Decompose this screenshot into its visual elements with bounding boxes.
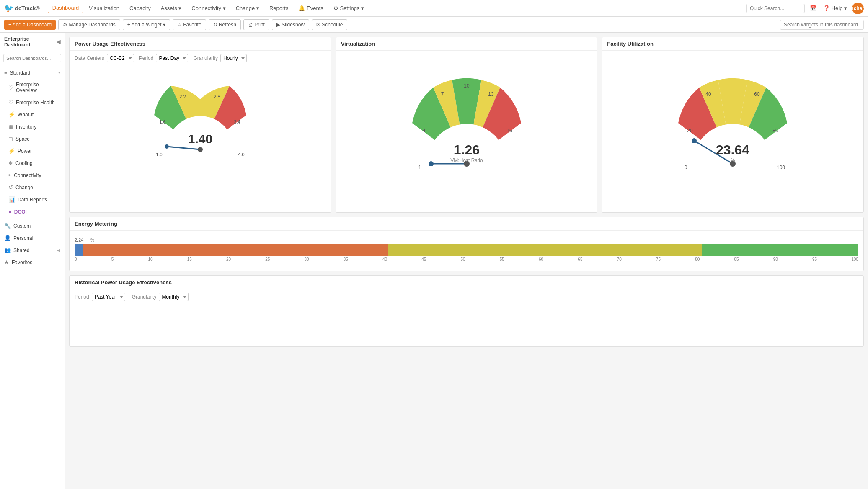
favorites-icon: ★ — [4, 259, 9, 265]
svg-text:1.6: 1.6 — [159, 119, 165, 124]
add-widget-button[interactable]: + Add a Widget ▾ — [123, 19, 170, 30]
sidebar-label-dcoi: DCOI — [14, 209, 27, 215]
standard-icon: ≡ — [4, 69, 8, 76]
sidebar-item-inventory[interactable]: ▦ Inventory — [0, 121, 65, 133]
favorite-button[interactable]: ☆ Favorite — [173, 19, 206, 30]
sidebar-label-favorites: Favorites — [12, 260, 32, 265]
sidebar-search-area — [0, 51, 65, 65]
print-button[interactable]: 🖨 Print — [243, 19, 269, 30]
historical-granularity-label: Granularity — [132, 294, 157, 300]
sidebar-item-whatif[interactable]: ⚡ What-if — [0, 108, 65, 121]
enterprise-overview-icon: ♡ — [8, 85, 13, 91]
svg-text:4.0: 4.0 — [238, 152, 244, 157]
calendar-icon[interactable]: 📅 — [808, 3, 818, 13]
nav-capacity[interactable]: Capacity — [125, 3, 155, 13]
enterprise-health-icon: ♡ — [8, 99, 13, 106]
svg-text:23.64: 23.64 — [716, 142, 749, 157]
app-name: dcTrack® — [15, 5, 40, 11]
sidebar-header: Enterprise Dashboard ◀ — [0, 33, 65, 51]
data-reports-icon: 📊 — [8, 196, 15, 203]
sidebar-item-standard[interactable]: ≡ Standard ▾ — [0, 67, 65, 79]
pue-widget-title: Power Usage Effectiveness — [70, 37, 331, 51]
energy-unit-label: % — [90, 238, 94, 242]
user-avatar[interactable]: hchan — [852, 3, 864, 14]
virtualization-widget-title: Virtualization — [336, 37, 597, 51]
nav-events[interactable]: 🔔 Events — [294, 3, 327, 13]
sidebar-label-power: Power — [18, 148, 32, 154]
facility-widget-title: Facility Utilization — [602, 37, 863, 51]
sidebar-search-input[interactable] — [3, 54, 61, 62]
slideshow-button[interactable]: ▶ Slideshow — [272, 19, 309, 30]
toolbar: + Add a Dashboard ⚙ Manage Dashboards + … — [0, 17, 868, 33]
sidebar-item-favorites[interactable]: ★ Favorites — [0, 256, 65, 268]
sidebar-item-change[interactable]: ↺ Change — [0, 181, 65, 193]
svg-text:%: % — [731, 157, 735, 163]
historical-widget-title: Historical Power Usage Effectiveness — [70, 276, 863, 289]
sidebar-item-data-reports[interactable]: 📊 Data Reports — [0, 193, 65, 206]
top-nav: 🐦 dcTrack® Dashboard Visualization Capac… — [0, 0, 868, 17]
top-widgets-row: Power Usage Effectiveness Data Centers C… — [69, 37, 864, 213]
svg-text:1.26: 1.26 — [453, 142, 479, 157]
space-icon: ◻ — [8, 136, 13, 142]
content-area: Power Usage Effectiveness Data Centers C… — [65, 33, 868, 489]
historical-granularity-select[interactable]: Monthly — [159, 293, 189, 301]
nav-dashboard[interactable]: Dashboard — [48, 3, 83, 13]
svg-point-19 — [429, 161, 434, 166]
sidebar-collapse-icon[interactable]: ◀ — [57, 39, 60, 45]
inventory-icon: ▦ — [8, 124, 13, 130]
energy-value-label: 2.24 — [75, 237, 87, 242]
divider-1 — [0, 219, 65, 219]
nav-assets[interactable]: Assets ▾ — [157, 3, 186, 13]
nav-right: 📅 ❓ Help ▾ hchan — [746, 3, 864, 14]
nav-settings[interactable]: ⚙ Settings ▾ — [329, 3, 368, 13]
historical-widget-body — [70, 304, 863, 346]
help-icon[interactable]: ❓ Help ▾ — [822, 3, 849, 13]
svg-text:16: 16 — [506, 128, 512, 134]
svg-text:20: 20 — [687, 128, 693, 134]
sidebar-item-connectivity[interactable]: ≈ Connectivity — [0, 169, 65, 181]
sidebar-label-cooling: Cooling — [16, 160, 33, 166]
svg-point-9 — [198, 147, 203, 152]
nav-change[interactable]: Change ▾ — [232, 3, 264, 13]
pue-data-centers-select[interactable]: CC-B2 — [107, 54, 134, 62]
svg-point-8 — [165, 144, 169, 149]
svg-text:2.8: 2.8 — [214, 94, 220, 99]
sidebar-item-enterprise-overview[interactable]: ♡ Enterprise Overview — [0, 79, 65, 96]
sidebar-label-enterprise-health: Enterprise Health — [16, 100, 55, 106]
sidebar-item-dcoi[interactable]: ● DCOI — [0, 206, 65, 218]
svg-text:1: 1 — [418, 165, 421, 170]
sidebar-label-whatif: What-if — [18, 112, 34, 118]
quick-search-input[interactable] — [746, 4, 805, 13]
shared-collapse-icon[interactable]: ◀ — [57, 248, 60, 252]
sidebar-label-standard: Standard — [10, 70, 31, 76]
refresh-button[interactable]: ↻ Refresh — [209, 19, 241, 30]
virtualization-gauge: 1 4 7 10 13 16 1.26 VM:Host Ratio — [336, 51, 597, 185]
pue-granularity-select[interactable]: Hourly — [220, 54, 247, 62]
svg-text:10: 10 — [464, 83, 470, 89]
nav-connectivity[interactable]: Connectivity ▾ — [187, 3, 230, 13]
pue-period-select[interactable]: Past Day — [156, 54, 188, 62]
sidebar-item-enterprise-health[interactable]: ♡ Enterprise Health — [0, 96, 65, 108]
sidebar-item-custom[interactable]: 🔧 Custom — [0, 220, 65, 232]
sidebar-item-personal[interactable]: 👤 Personal — [0, 232, 65, 244]
svg-text:0: 0 — [685, 165, 687, 170]
sidebar-item-shared[interactable]: 👥 Shared ◀ — [0, 244, 65, 256]
search-widgets-input[interactable] — [780, 20, 864, 30]
sidebar-item-space[interactable]: ◻ Space — [0, 133, 65, 145]
sidebar-label-custom: Custom — [13, 223, 31, 229]
manage-dashboards-button[interactable]: ⚙ Manage Dashboards — [58, 19, 120, 30]
custom-icon: 🔧 — [4, 223, 11, 229]
svg-text:80: 80 — [772, 128, 778, 134]
nav-visualization[interactable]: Visualization — [85, 3, 124, 13]
shared-icon: 👥 — [4, 247, 11, 253]
sunbird-logo: 🐦 — [4, 4, 13, 13]
historical-period-select[interactable]: Past Year — [92, 293, 125, 301]
energy-widget-title: Energy Metering — [70, 217, 863, 231]
pue-data-centers-control: Data Centers CC-B2 — [75, 54, 134, 62]
sidebar-item-cooling[interactable]: ❄ Cooling — [0, 157, 65, 169]
energy-segment-orange — [83, 244, 388, 256]
sidebar-item-power[interactable]: ⚡ Power — [0, 145, 65, 157]
nav-reports[interactable]: Reports — [265, 3, 293, 13]
add-dashboard-button[interactable]: + Add a Dashboard — [4, 20, 56, 30]
schedule-button[interactable]: ✉ Schedule — [312, 19, 347, 30]
